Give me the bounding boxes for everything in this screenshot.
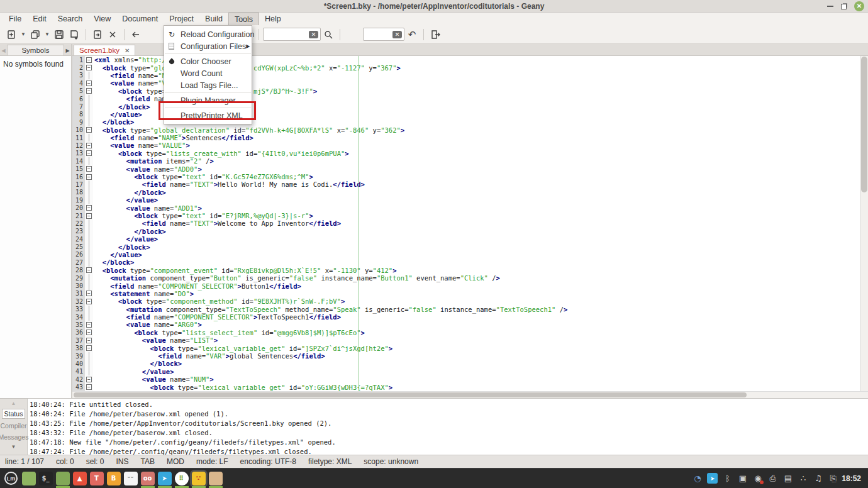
line-number[interactable]: 25 xyxy=(72,243,85,250)
fold-collapse-icon[interactable]: − xyxy=(86,322,92,328)
navigate-back-button[interactable] xyxy=(128,27,143,42)
menu-file[interactable]: File xyxy=(3,13,27,25)
fold-collapse-icon[interactable]: − xyxy=(86,330,92,335)
app-bunny-icon[interactable]: ᵕᵕ xyxy=(124,472,138,485)
line-number[interactable]: 9 xyxy=(72,118,85,126)
code-line[interactable]: 30 <field name="COMPONENT_SELECTOR">Butt… xyxy=(72,282,868,289)
fold-margin[interactable] xyxy=(85,134,93,141)
close-document-button[interactable] xyxy=(105,27,120,42)
app-glasses-icon[interactable]: oo xyxy=(141,472,155,485)
tab-scroll-right-icon[interactable]: ▶ xyxy=(64,48,71,55)
line-number[interactable]: 33 xyxy=(72,306,85,313)
fold-collapse-icon[interactable]: − xyxy=(86,127,92,133)
fold-margin[interactable]: − xyxy=(85,204,93,211)
message-tab-compiler[interactable]: Compiler xyxy=(0,421,29,430)
line-number[interactable]: 2 xyxy=(72,64,85,71)
line-number[interactable]: 43 xyxy=(72,383,85,391)
menu-view[interactable]: View xyxy=(88,13,116,25)
line-number[interactable]: 18 xyxy=(72,189,85,196)
telegram-tray-icon[interactable]: ➤ xyxy=(707,473,718,484)
fold-collapse-icon[interactable]: − xyxy=(86,291,92,296)
workspace-swirl-icon[interactable]: ◔ xyxy=(692,473,703,484)
revert-button[interactable] xyxy=(90,27,105,42)
line-number[interactable]: 39 xyxy=(72,352,85,360)
fold-margin[interactable] xyxy=(85,219,93,227)
quit-button[interactable] xyxy=(428,27,443,42)
app-grid-icon[interactable]: ⠿ xyxy=(175,472,189,485)
code-line[interactable]: 36− <block type="lists_select_item" id="… xyxy=(72,329,868,336)
line-number[interactable]: 41 xyxy=(72,368,85,375)
fold-margin[interactable]: − xyxy=(85,321,93,328)
message-tab-messages[interactable]: Messages xyxy=(0,433,30,441)
line-number[interactable]: 42 xyxy=(72,375,85,383)
brave-browser-icon[interactable]: ▲ xyxy=(73,472,87,485)
code-line[interactable]: 34 <field name="COMPONENT_SELECTOR">Text… xyxy=(72,313,868,321)
app-red-t-icon[interactable]: T xyxy=(90,472,104,485)
line-number[interactable]: 17 xyxy=(72,180,85,188)
code-line[interactable]: 13− <block type="lists_create_with" id="… xyxy=(72,150,868,157)
fold-margin[interactable] xyxy=(85,196,93,204)
terminal-icon[interactable]: $_ xyxy=(39,472,53,485)
fold-margin[interactable] xyxy=(85,72,93,79)
menu-document[interactable]: Document xyxy=(116,13,164,25)
code-line[interactable]: 23 </block> xyxy=(72,228,868,235)
fold-margin[interactable]: − xyxy=(85,336,93,344)
code-line[interactable]: 39 <field name="VAR">global Sentences</f… xyxy=(72,352,868,360)
line-number[interactable]: 30 xyxy=(72,282,85,289)
fold-margin[interactable]: − xyxy=(85,79,93,87)
status-log[interactable]: 18:40:24: File untitled closed.18:40:24:… xyxy=(28,399,868,455)
tab-symbols[interactable]: Symbols xyxy=(7,45,64,55)
close-icon[interactable]: ✕ xyxy=(854,1,864,11)
line-number[interactable]: 5 xyxy=(72,87,85,95)
fold-collapse-icon[interactable]: − xyxy=(86,166,92,172)
fold-margin[interactable] xyxy=(85,111,93,118)
archive-icon[interactable]: ▤ xyxy=(782,473,793,484)
code-line[interactable]: 15− <value name="ADD0"> xyxy=(72,165,868,172)
fold-margin[interactable]: − xyxy=(85,64,93,71)
scroll-up-icon[interactable]: ▲ xyxy=(11,399,16,408)
fold-collapse-icon[interactable]: − xyxy=(86,205,92,211)
line-number[interactable]: 24 xyxy=(72,235,85,243)
menu-item-configuration-files[interactable]: Configuration Files▶ xyxy=(164,40,252,52)
horizontal-scrollbar-thumb[interactable] xyxy=(74,392,747,397)
file-manager-icon[interactable] xyxy=(56,472,70,485)
line-number[interactable]: 26 xyxy=(72,251,85,258)
code-line[interactable]: 32− <block type="component_method" id="9… xyxy=(72,297,868,305)
fold-margin[interactable] xyxy=(85,189,93,196)
fold-collapse-icon[interactable]: − xyxy=(86,384,92,390)
fold-margin[interactable] xyxy=(85,251,93,258)
fold-margin[interactable] xyxy=(85,274,93,282)
fold-margin[interactable] xyxy=(85,118,93,126)
fold-collapse-icon[interactable]: − xyxy=(86,213,92,219)
menu-help[interactable]: Help xyxy=(259,13,287,25)
fold-margin[interactable]: − xyxy=(85,344,93,352)
code-line[interactable]: 28− <block type="component_event" id="Rx… xyxy=(72,267,868,274)
code-line[interactable]: 16− <block type="text" id="K.Gc574eZ7GX6… xyxy=(72,173,868,180)
open-file-button[interactable] xyxy=(28,27,43,42)
fold-margin[interactable]: − xyxy=(85,173,93,180)
line-number[interactable]: 15 xyxy=(72,165,85,172)
code-line[interactable]: 24 </value> xyxy=(72,235,868,243)
network-icon[interactable]: ∴ xyxy=(798,473,808,484)
fold-margin[interactable]: − xyxy=(85,165,93,172)
clipboard-icon[interactable]: ▣ xyxy=(737,473,748,484)
code-line[interactable]: 21− <block type="text" id="E?jRMR,%@yQd|… xyxy=(72,212,868,219)
goto-line-button[interactable]: ↶ xyxy=(404,27,420,42)
message-tab-status[interactable]: Status xyxy=(2,409,26,419)
scroll-down-icon[interactable]: ▼ xyxy=(11,443,16,451)
fold-margin[interactable] xyxy=(85,235,93,243)
menu-search[interactable]: Search xyxy=(52,13,89,25)
line-number[interactable]: 10 xyxy=(72,126,85,134)
save-button[interactable] xyxy=(52,27,67,42)
show-desktop-icon[interactable] xyxy=(22,472,36,485)
fold-collapse-icon[interactable]: − xyxy=(86,338,92,343)
code-line[interactable]: 26 </value> xyxy=(72,251,868,258)
code-line[interactable]: 22 <field name="TEXT">Welcome to App Inv… xyxy=(72,219,868,227)
line-number[interactable]: 22 xyxy=(72,219,85,227)
save-all-button[interactable] xyxy=(67,27,82,42)
line-number[interactable]: 13 xyxy=(72,150,85,157)
code-line[interactable]: 27 </block> xyxy=(72,258,868,266)
fold-margin[interactable]: − xyxy=(85,141,93,149)
clock[interactable]: 18:52 xyxy=(842,474,861,483)
fold-margin[interactable]: − xyxy=(85,290,93,297)
